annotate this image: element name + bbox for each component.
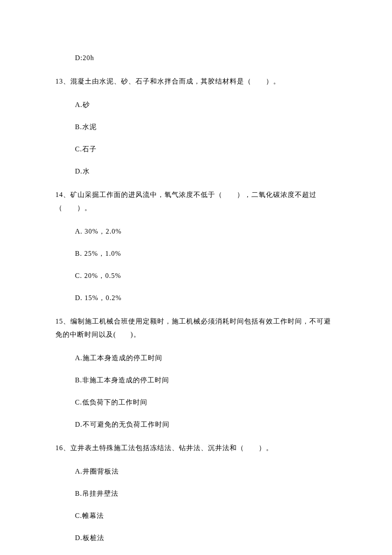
q16-stem: 16、立井表土特殊施工法包括冻结法、钻井法、沉井法和（ ）。 — [55, 436, 337, 460]
q15-option-b: B.非施工本身造成的停工时间 — [55, 369, 337, 391]
q16-option-c: C.帷幕法 — [55, 505, 337, 527]
q14-option-d: D. 15%，0.2% — [55, 287, 337, 309]
q13-option-b: B.水泥 — [55, 116, 337, 138]
q16-option-a: A.井圈背板法 — [55, 460, 337, 483]
q13-option-d: D.水 — [55, 160, 337, 182]
q15-stem: 15、编制施工机械合班使用定额时，施工机械必须消耗时间包括有效工作时间，不可避免… — [55, 309, 337, 347]
document-page: D:20h 13、混凝土由水泥、砂、石子和水拌合而成，其胶结材料是（ ）。 A.… — [0, 0, 392, 555]
q14-option-a: A. 30%，2.0% — [55, 220, 337, 243]
q15-option-d: D.不可避免的无负荷工作时间 — [55, 413, 337, 436]
q16-option-d: D.板桩法 — [55, 527, 337, 549]
q14-option-b: B. 25%，1.0% — [55, 243, 337, 265]
q12-option-d: D:20h — [55, 47, 337, 69]
q17-stem: 17、某土方工程，计划总工程量为4800m3预算单价为580元／m3，计划6个月… — [55, 549, 337, 555]
q13-option-a: A.砂 — [55, 94, 337, 116]
q14-option-c: C. 20%，0.5% — [55, 265, 337, 287]
q13-stem: 13、混凝土由水泥、砂、石子和水拌合而成，其胶结材料是（ ）。 — [55, 69, 337, 94]
q16-option-b: B.吊挂井壁法 — [55, 483, 337, 505]
q15-option-a: A.施工本身造成的停工时间 — [55, 347, 337, 369]
q13-option-c: C.石子 — [55, 138, 337, 160]
q15-option-c: C.低负荷下的工作时间 — [55, 391, 337, 413]
q14-stem: 14、矿山采掘工作面的进风流中，氧气浓度不低于（ ），二氧化碳浓度不超过（ ）。 — [55, 182, 337, 220]
